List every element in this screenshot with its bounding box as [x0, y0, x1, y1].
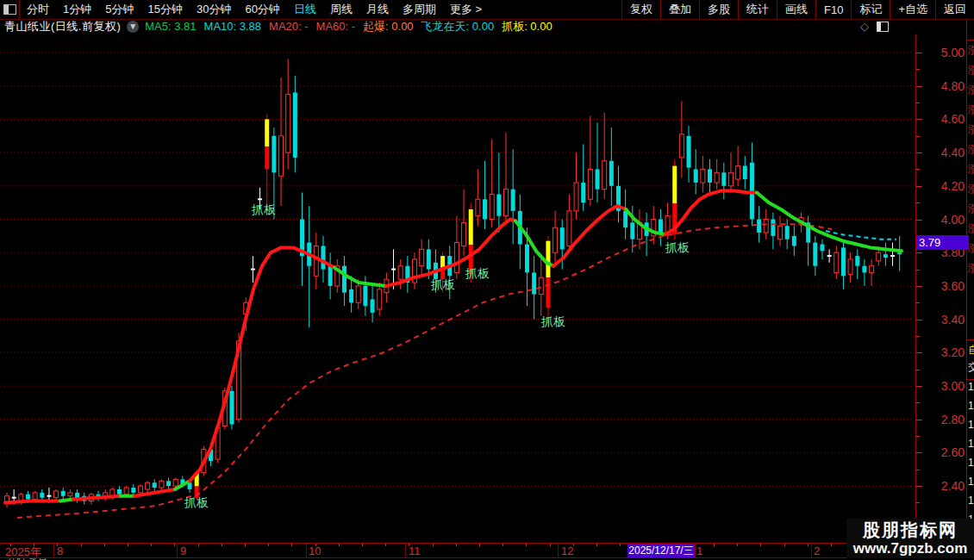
price-tick	[916, 86, 922, 87]
price-label: 3.20	[941, 345, 965, 359]
time-tick	[128, 544, 128, 546]
sliver-separator	[967, 379, 974, 380]
time-tick	[362, 544, 363, 546]
period-tab-4[interactable]: 30分钟	[190, 2, 238, 17]
sliver-number: 1	[968, 400, 974, 412]
svg-text:抓板: 抓板	[251, 202, 276, 216]
time-label-6: 1	[696, 544, 702, 557]
toolbar-button-6[interactable]: 标记	[851, 0, 890, 19]
sliver-char: 涨	[968, 241, 974, 256]
price-minor-tick	[916, 436, 920, 437]
time-label-4: 11	[409, 544, 421, 557]
sliver-number: 1	[968, 419, 974, 431]
indicator-0: MA5: 3.81	[145, 20, 196, 33]
window-icon[interactable]	[877, 22, 889, 32]
time-tick	[222, 544, 222, 546]
watermark-url: www.7gpzb.com	[846, 540, 974, 557]
price-label: 4.40	[941, 146, 965, 159]
sliver-number: 1	[968, 476, 974, 488]
svg-text:抓板: 抓板	[665, 240, 690, 254]
layout-icon-button[interactable]	[0, 0, 20, 19]
time-tick	[268, 544, 269, 546]
indicator-values: MA5: 3.81MA10: 3.88MA20: -MA60: -起爆: 0.0…	[145, 19, 559, 34]
period-tab-5[interactable]: 60分钟	[238, 2, 286, 17]
month-divider	[558, 544, 559, 558]
price-label: 4.00	[941, 213, 965, 227]
chevron-down-icon[interactable]: ▼	[127, 21, 139, 33]
sliver-char: 涨	[968, 261, 974, 276]
toolbar-button-3[interactable]: 统计	[738, 0, 777, 19]
toolbar-button-2[interactable]: 多股	[699, 0, 738, 19]
toolbar-button-4[interactable]: 画线	[777, 0, 815, 19]
price-minor-tick	[916, 69, 920, 70]
time-axis: 2025/12/17/三 2025年8910111212	[0, 543, 967, 558]
period-tab-6[interactable]: 日线	[287, 2, 323, 17]
price-tick	[916, 186, 922, 187]
price-minor-tick	[916, 136, 920, 137]
time-tick	[550, 544, 551, 546]
sliver-separator	[967, 339, 974, 340]
price-axis: 3.79 5.004.804.604.404.204.003.803.603.4…	[915, 34, 967, 543]
price-tick	[916, 320, 922, 320]
month-divider	[177, 544, 178, 558]
toolbar-button-5[interactable]: F10	[815, 0, 851, 19]
candlestick-chart[interactable]: 抓板抓板抓板抓板抓板抓板	[0, 34, 914, 543]
price-tick	[916, 152, 922, 153]
svg-text:抓板: 抓板	[465, 266, 490, 280]
indicator-2: MA20: -	[269, 20, 309, 33]
time-tick	[245, 544, 246, 546]
month-divider	[405, 544, 406, 558]
sliver-char: 涨	[968, 63, 974, 78]
diamond-icon[interactable]: ◇	[860, 20, 869, 33]
period-tab-1[interactable]: 1分钟	[56, 2, 98, 17]
indicator-4: 起爆: 0.00	[363, 20, 414, 33]
sliver-number: 1	[968, 381, 974, 393]
time-label-1: 8	[57, 544, 63, 557]
price-tick	[916, 386, 922, 387]
sliver-char: 涨	[968, 103, 974, 117]
time-tick	[456, 544, 457, 546]
period-tab-2[interactable]: 5分钟	[98, 2, 140, 17]
sliver-char: 涨	[968, 182, 974, 196]
time-label-7: 2	[814, 544, 820, 557]
price-tick	[916, 286, 922, 287]
price-label: 2.40	[941, 479, 965, 493]
toolbar-button-0[interactable]: 复权	[621, 0, 660, 19]
sliver-char: 涨	[968, 162, 974, 177]
price-tick	[916, 420, 922, 420]
toolbar-button-7[interactable]: +自选	[890, 0, 935, 19]
sliver-number: 1	[968, 438, 974, 450]
time-tick	[503, 544, 503, 546]
toolbar-button-1[interactable]: 叠加	[660, 0, 699, 19]
time-label-3: 10	[309, 544, 321, 557]
period-tab-7[interactable]: 周线	[323, 2, 359, 17]
time-tick	[831, 544, 832, 546]
selected-date-tag: 2025/12/17/三	[627, 544, 695, 557]
sliver-number: 1	[968, 457, 974, 469]
period-tab-3[interactable]: 15分钟	[140, 2, 189, 17]
price-tick	[916, 252, 922, 253]
period-tab-9[interactable]: 多周期	[396, 2, 443, 17]
month-divider	[811, 544, 812, 558]
price-minor-tick	[916, 502, 920, 503]
period-tab-10[interactable]: 更多 >	[443, 2, 489, 17]
price-label: 5.00	[941, 46, 965, 59]
sliver-char: 自	[968, 343, 974, 358]
time-tick	[291, 544, 292, 546]
month-divider	[306, 544, 307, 558]
price-minor-tick	[916, 370, 920, 370]
time-label-5: 12	[561, 544, 573, 557]
price-minor-tick	[916, 270, 920, 271]
time-tick	[808, 544, 809, 546]
toolbar-button-8[interactable]: 返回	[935, 0, 974, 19]
price-tick	[916, 352, 922, 353]
indicator-5: 飞龙在天: 0.00	[421, 20, 495, 33]
svg-text:抓板: 抓板	[540, 314, 565, 328]
sliver-char: 涨	[968, 122, 974, 137]
sliver-separator	[967, 40, 974, 40]
price-minor-tick	[916, 169, 920, 170]
period-tab-0[interactable]: 分时	[20, 2, 56, 17]
period-tab-8[interactable]: 月线	[359, 2, 396, 17]
sliver-char: 涨	[968, 142, 974, 157]
watermark-site-name: 股朋指标网	[846, 520, 974, 540]
